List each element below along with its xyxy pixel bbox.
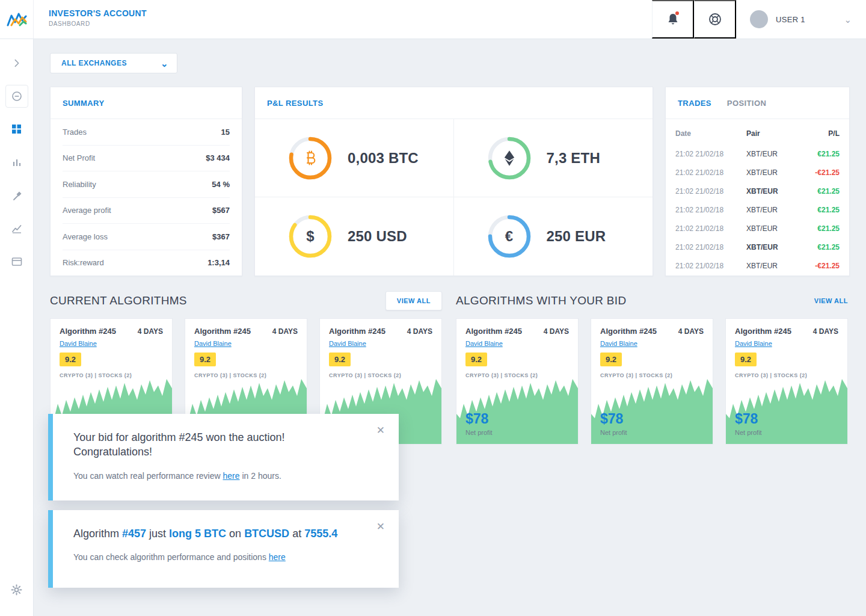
toast-highlight-text: 7555.4 — [304, 528, 337, 540]
algorithm-name: Algorithm #245 — [465, 327, 522, 336]
tab-trades[interactable]: TRADES — [678, 99, 711, 108]
sidebar-item-portfolio[interactable] — [0, 146, 34, 179]
exchanges-dropdown[interactable]: ALL EXCHANGES ⌄ — [50, 53, 177, 73]
column-date: Date — [675, 129, 746, 138]
trade-date: 21:02 21/02/18 — [675, 150, 746, 158]
trades-rows: 21:02 21/02/18 XBT/EUR €21.25 21:02 21/0… — [675, 144, 840, 275]
toast-plain-text: Algorithm — [73, 528, 122, 540]
pnl-panel-title: P&L RESULTS — [255, 87, 653, 119]
sidebar-item-analytics[interactable] — [0, 212, 34, 245]
trade-date: 21:02 21/02/18 — [675, 206, 746, 214]
btc-symbol-icon — [289, 137, 332, 180]
algorithm-rating-badge: 9.2 — [600, 353, 622, 366]
algorithm-author-link[interactable]: David Blaine — [329, 340, 366, 347]
toast-body-text: You can watch real performance review — [73, 471, 223, 481]
summary-row: Average loss $367 — [63, 224, 230, 250]
user-menu[interactable]: USER 1 ⌄ — [736, 0, 866, 38]
sidebar-expand-button[interactable] — [0, 46, 34, 79]
current-algorithms-title: CURRENT ALGORITHMS — [50, 294, 187, 307]
algorithm-author-link[interactable]: David Blaine — [600, 340, 637, 347]
net-profit-block: $78 Net profit — [735, 411, 838, 436]
pnl-panel: P&L RESULTS 0,003 BTC — [254, 87, 653, 276]
summary-value: 1:3,14 — [207, 258, 230, 267]
toast-auction-body: You can watch real performance review he… — [73, 471, 365, 481]
sidebar-item-tools[interactable] — [0, 179, 34, 212]
summary-label: Average profit — [63, 206, 111, 215]
close-icon[interactable]: ✕ — [376, 522, 385, 532]
sidebar-collapse-button[interactable] — [0, 79, 34, 112]
notifications-button[interactable] — [652, 0, 694, 38]
algorithm-card-header: Algorithm #245 4 DAYS — [329, 327, 432, 336]
algorithm-author-link[interactable]: David Blaine — [60, 340, 97, 347]
notification-badge-dot — [675, 11, 679, 15]
performance-review-link[interactable]: here — [223, 471, 240, 481]
toast-algo-body: You can check algorithm performance and … — [73, 552, 365, 562]
summary-label: Net Profit — [63, 153, 95, 162]
summary-value: $567 — [212, 206, 230, 215]
usd-donut-ring: $ — [289, 215, 332, 258]
bid-algorithm-card[interactable]: Algorithm #245 4 DAYS David Blaine 9.2 C… — [591, 318, 713, 445]
pnl-eth-value: 7,3 ETH — [547, 150, 600, 167]
app-logo[interactable] — [0, 0, 34, 38]
summary-row: Net Profit $3 434 — [63, 146, 230, 172]
bid-algorithms-head: ALGORITHMS WITH YOUR BID VIEW ALL — [456, 294, 848, 307]
toast-plain-text: at — [289, 528, 304, 540]
page-header: INVESTOR'S ACCOUNT DASHBOARD — [34, 0, 652, 38]
summary-panel-title: SUMMARY — [51, 87, 242, 119]
trade-pair: XBT/EUR — [746, 206, 799, 214]
tab-position[interactable]: POSITION — [727, 99, 766, 108]
pnl-cell-eur: € 250 EUR — [454, 197, 653, 276]
algorithm-performance-link[interactable]: here — [269, 552, 286, 562]
gear-icon — [11, 584, 22, 596]
toast-algo-trade: ✕ Algorithm #457 just long 5 BTC on BTCU… — [48, 510, 399, 588]
net-profit-value: $78 — [465, 411, 569, 427]
trade-date: 21:02 21/02/18 — [675, 243, 746, 251]
bar-chart-icon — [11, 157, 22, 168]
algorithm-rating-badge: 9.2 — [465, 353, 487, 366]
trade-pl: €21.25 — [799, 243, 840, 251]
summary-row: Average profit $567 — [63, 198, 230, 224]
algorithm-rating-badge: 9.2 — [329, 353, 351, 366]
trade-pl: €21.25 — [799, 187, 840, 196]
algorithm-tags: CRYPTO (3) | STOCKS (2) — [329, 372, 432, 378]
algorithm-tags: CRYPTO (3) | STOCKS (2) — [600, 372, 704, 378]
algorithm-card-header: Algorithm #245 4 DAYS — [735, 327, 838, 336]
summary-label: Trades — [63, 128, 87, 137]
bids-view-all-link[interactable]: VIEW ALL — [814, 297, 848, 304]
bid-algorithm-card[interactable]: Algorithm #245 4 DAYS David Blaine 9.2 C… — [725, 318, 848, 445]
bid-algorithm-card[interactable]: Algorithm #245 4 DAYS David Blaine 9.2 C… — [456, 318, 579, 445]
column-pair: Pair — [746, 129, 799, 138]
current-view-all-button[interactable]: VIEW ALL — [385, 291, 442, 310]
summary-row: Trades 15 — [63, 119, 230, 146]
usd-symbol-icon: $ — [289, 215, 332, 258]
card-icon — [11, 257, 22, 266]
hammer-icon — [11, 190, 22, 201]
toast-auction-won: ✕ Your bid for algorithm #245 won the au… — [48, 414, 399, 500]
chevron-down-icon: ⌄ — [844, 15, 852, 24]
pnl-eur-value: 250 EUR — [547, 228, 606, 245]
trades-table: Date Pair P/L 21:02 21/02/18 XBT/EUR €21… — [666, 119, 849, 276]
summary-value: $367 — [212, 232, 230, 241]
trade-pair: XBT/EUR — [746, 168, 799, 177]
pnl-grid: 0,003 BTC — [255, 119, 653, 276]
help-button[interactable] — [694, 0, 736, 38]
trade-date: 21:02 21/02/18 — [675, 187, 746, 196]
top-actions: USER 1 ⌄ — [652, 0, 866, 38]
toast-auction-title-line1: Your bid for algorithm #245 won the auct… — [73, 430, 365, 445]
close-icon[interactable]: ✕ — [376, 425, 385, 436]
trade-pair: XBT/EUR — [746, 150, 799, 158]
sidebar-nav — [0, 39, 34, 616]
algorithm-author-link[interactable]: David Blaine — [735, 340, 772, 347]
sidebar-settings-button[interactable] — [0, 573, 34, 606]
algorithm-author-link[interactable]: David Blaine — [194, 340, 232, 347]
algorithm-author-link[interactable]: David Blaine — [465, 340, 503, 347]
trade-pair: XBT/EUR — [746, 262, 799, 270]
eur-donut-ring: € — [488, 215, 531, 258]
sidebar-item-transactions[interactable] — [0, 245, 34, 278]
help-buoy-icon — [708, 13, 722, 26]
sidebar-item-dashboard[interactable] — [0, 112, 34, 146]
pnl-cell-btc: 0,003 BTC — [255, 119, 454, 197]
algorithm-name: Algorithm #245 — [600, 327, 657, 336]
algorithm-rating-badge: 9.2 — [60, 353, 81, 366]
section-heads: CURRENT ALGORITHMS VIEW ALL ALGORITHMS W… — [50, 291, 850, 310]
